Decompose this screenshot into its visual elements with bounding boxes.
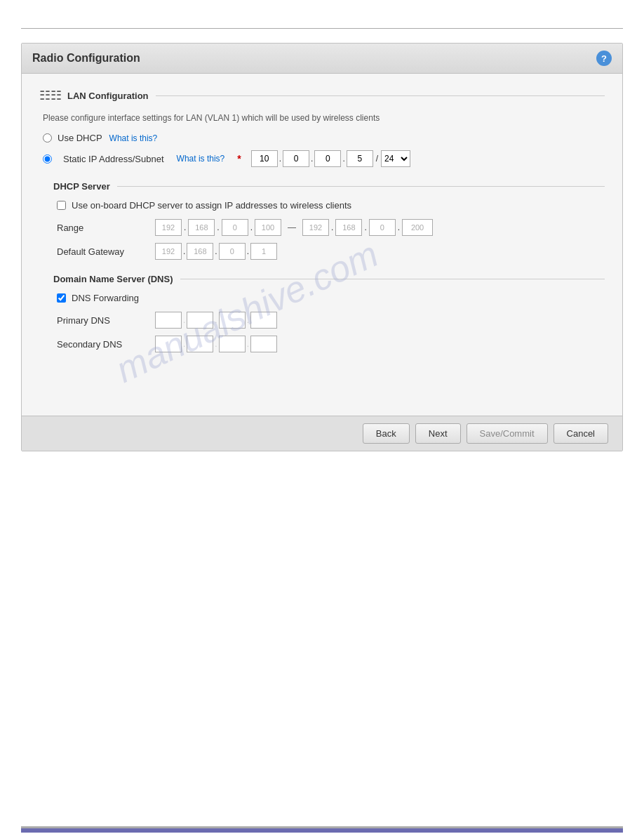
gateway-octet4[interactable] [250,243,277,260]
secondary-dns-octet1[interactable] [155,336,182,352]
ip-dot-1: . [279,154,281,164]
primary-dns-octet4[interactable] [250,312,277,329]
dhcp-server-line [117,186,605,187]
static-ip-field-group: . . . / 24 8 16 32 [251,150,410,167]
help-icon[interactable]: ? [596,51,612,66]
gateway-octet2[interactable] [187,243,213,260]
static-ip-octet4[interactable] [347,150,373,167]
page-spacer [21,451,623,805]
static-ip-label: Static IP Address/Subnet [63,154,164,164]
dns-forwarding-label: DNS Forwarding [72,293,139,303]
ip-dot-3: . [342,154,344,164]
dns-forwarding-checkbox[interactable] [57,293,66,303]
dns-section-title: Domain Name Server (DNS) [53,274,173,284]
range-start-octet1[interactable] [155,219,182,236]
gateway-input-group: . . . [155,243,277,260]
secondary-dns-group: . . . [155,336,277,352]
bottom-footer [21,826,623,834]
range-start-octet2[interactable] [188,219,215,236]
dhcp-checkbox[interactable] [57,201,66,210]
primary-dns-octet1[interactable] [155,312,182,329]
lan-description: Please configure interface settings for … [43,113,605,123]
range-end-octet4[interactable] [402,219,433,236]
primary-dns-label: Primary DNS [57,315,155,326]
range-label: Range [57,223,155,233]
secondary-dns-octet3[interactable] [219,336,246,352]
primary-dns-group: . . . [155,312,277,329]
range-end-octet2[interactable] [335,219,362,236]
static-ip-option: Static IP Address/Subnet What is this? *… [43,150,605,167]
dns-section-line [180,279,605,279]
use-dhcp-radio[interactable] [43,133,52,143]
range-start-octet4[interactable] [255,219,281,236]
bottom-bar-purple [21,828,623,833]
secondary-dns-row: Secondary DNS . . . [57,336,605,352]
lan-section-title: LAN Configuration [67,91,149,101]
dhcp-server-title: DHCP Server [53,181,110,192]
save-commit-button[interactable]: Save/Commit [467,423,548,444]
subnet-select[interactable]: 24 8 16 32 [381,150,410,167]
use-dhcp-label: Use DHCP [58,133,102,143]
lan-section-header: ☷☷ LAN Configuration [39,88,605,103]
gateway-label: Default Gateway [57,246,155,257]
dhcp-checkbox-label: Use on-board DHCP server to assign IP ad… [72,200,351,211]
range-group: . . . — . . . [155,219,433,236]
secondary-dns-octet4[interactable] [250,336,277,352]
dhcp-server-subsection: DHCP Server Use on-board DHCP server to … [53,181,605,260]
footer-bar: Back Next Save/Commit Cancel [22,416,622,451]
secondary-dns-label: Secondary DNS [57,339,155,350]
static-ip-radio[interactable] [43,154,52,164]
top-divider [21,28,623,29]
primary-dns-octet2[interactable] [187,312,213,329]
dns-subsection: Domain Name Server (DNS) DNS Forwarding … [53,274,605,352]
card-header: Radio Configuration ? [22,44,622,74]
dns-forwarding-row: DNS Forwarding [57,293,605,303]
use-dhcp-what-link[interactable]: What is this? [109,133,158,143]
static-ip-what-link[interactable]: What is this? [177,154,225,164]
gateway-octet3[interactable] [219,243,246,260]
bottom-spacer [39,359,605,402]
dns-section-header: Domain Name Server (DNS) [53,274,605,284]
gateway-row: Default Gateway . . . [57,243,605,260]
lan-icon: ☷☷ [39,88,62,103]
range-end-octet3[interactable] [369,219,396,236]
card-body: ☷☷ LAN Configuration Please configure in… [22,74,622,416]
use-dhcp-option: Use DHCP What is this? [43,133,605,143]
range-separator: — [288,223,296,232]
lan-section-line [156,95,605,96]
static-ip-octet3[interactable] [314,150,341,167]
primary-dns-octet3[interactable] [219,312,246,329]
static-ip-octet1[interactable] [251,150,278,167]
back-button[interactable]: Back [363,423,410,444]
card-title: Radio Configuration [32,52,140,65]
primary-dns-row: Primary DNS . . . [57,312,605,329]
dhcp-server-header: DHCP Server [53,181,605,192]
range-row: Range . . . — . [57,219,605,236]
subnet-divider: / [376,154,378,164]
dhcp-checkbox-row: Use on-board DHCP server to assign IP ad… [57,200,605,211]
ip-dot-2: . [311,154,313,164]
secondary-dns-octet2[interactable] [187,336,213,352]
range-start-octet3[interactable] [222,219,248,236]
main-card: Radio Configuration ? ☷☷ LAN Configurati… [21,43,623,451]
static-ip-octet2[interactable] [283,150,309,167]
gateway-octet1[interactable] [155,243,182,260]
cancel-button[interactable]: Cancel [554,423,608,444]
required-star: * [237,153,241,164]
range-end-octet1[interactable] [302,219,329,236]
next-button[interactable]: Next [415,423,461,444]
